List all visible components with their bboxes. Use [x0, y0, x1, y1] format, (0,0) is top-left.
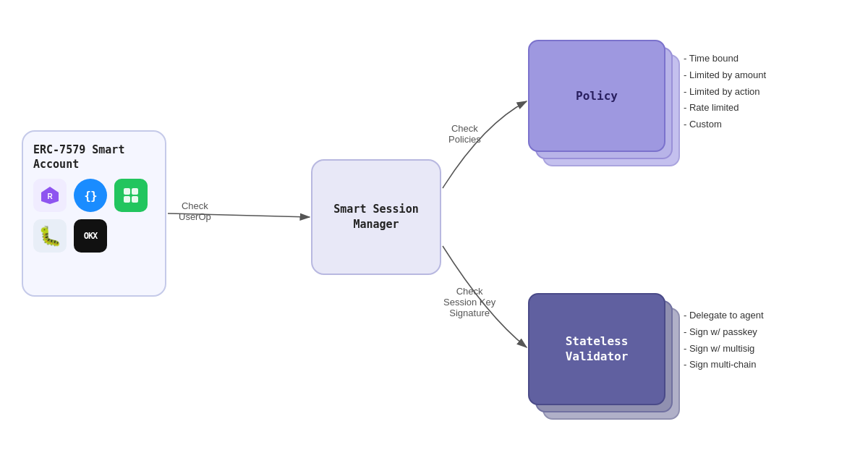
policy-list-item-0: - Time bound [684, 51, 766, 67]
validator-card-front: Stateless Validator [528, 293, 665, 405]
validator-list-item-2: - Sign w/ multisig [684, 341, 764, 357]
check-session-text: Check Session Key Signature [443, 286, 495, 318]
check-userop-text: Check UserOp [179, 200, 211, 222]
okx-label: OKX [84, 231, 98, 241]
policy-list-item-1: - Limited by amount [684, 67, 766, 84]
policy-list-item-4: - Custom [684, 116, 766, 133]
erc-icons-row2: 🐛 OKX [33, 219, 155, 253]
metamask-icon: 🐛 [33, 219, 67, 253]
svg-rect-5 [124, 188, 130, 195]
validator-list-item-0: - Delegate to agent [684, 308, 764, 324]
ssm-title: Smart Session Manager [333, 202, 418, 232]
validator-list: - Delegate to agent - Sign w/ passkey - … [684, 308, 764, 373]
policy-list-item-2: - Limited by action [684, 84, 766, 101]
policy-list-item-3: - Rate limited [684, 100, 766, 116]
check-userop-label: Check UserOp [179, 200, 211, 222]
rhinestone-icon: R [33, 179, 67, 212]
check-session-label: Check Session Key Signature [443, 286, 495, 318]
check-policies-text: Check Policies [448, 123, 481, 145]
validator-stack: Stateless Validator [528, 293, 665, 420]
policy-label: Policy [576, 89, 618, 103]
diagram: ERC-7579 Smart Account R {} [0, 0, 868, 466]
erc-title: ERC-7579 Smart Account [33, 143, 155, 171]
ssm-box: Smart Session Manager [311, 159, 441, 275]
check-policies-label: Check Policies [448, 123, 481, 145]
validator-list-item-3: - Sign multi-chain [684, 357, 764, 373]
svg-text:R: R [47, 192, 53, 200]
validator-list-item-1: - Sign w/ passkey [684, 324, 764, 341]
safe-icon: {} [74, 179, 107, 212]
svg-rect-8 [132, 196, 138, 203]
validator-label: Stateless Validator [566, 334, 629, 365]
erc-account-box: ERC-7579 Smart Account R {} [22, 130, 166, 297]
svg-rect-6 [132, 188, 138, 195]
policy-card-front: Policy [528, 40, 665, 152]
okx-icon: OKX [74, 219, 107, 253]
erc-icons-row1: R {} [33, 179, 155, 212]
policy-stack: Policy [528, 40, 665, 166]
svg-rect-7 [124, 196, 130, 203]
stackup-icon [114, 179, 148, 212]
policy-list: - Time bound - Limited by amount - Limit… [684, 51, 766, 133]
